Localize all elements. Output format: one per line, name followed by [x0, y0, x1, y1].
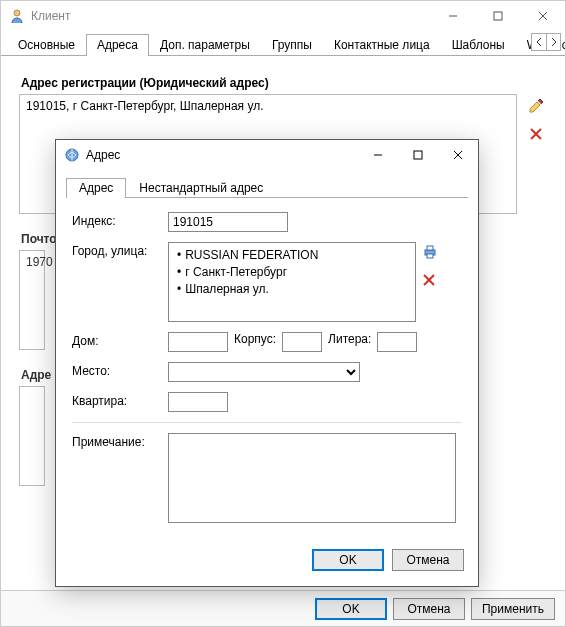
dialog-cancel-button[interactable]: Отмена [392, 549, 464, 571]
main-titlebar: Клиент [1, 1, 565, 31]
main-cancel-button[interactable]: Отмена [393, 598, 465, 620]
input-building[interactable] [282, 332, 322, 352]
address-dialog: Адрес Адрес Нестандартный адрес Индекс: … [55, 139, 479, 587]
dialog-tab-adres[interactable]: Адрес [66, 178, 126, 198]
main-window-controls [430, 2, 565, 30]
tab-scroll-arrows [531, 33, 561, 51]
third-address-text [19, 386, 45, 486]
svg-rect-13 [427, 246, 433, 250]
dialog-tab-nestandartnyy[interactable]: Нестандартный адрес [126, 178, 276, 198]
label-place: Место: [72, 362, 168, 378]
registration-address-tools [525, 94, 547, 144]
label-city-street: Город, улица: [72, 242, 168, 258]
form-separator [72, 422, 462, 423]
tab-kontaktnye-litsa[interactable]: Контактные лица [323, 34, 441, 56]
select-place[interactable] [168, 362, 360, 382]
svg-point-0 [14, 10, 20, 16]
dialog-maximize-button[interactable] [398, 141, 438, 169]
svg-rect-14 [427, 254, 433, 258]
city-street-tools [422, 242, 438, 290]
dialog-ok-button[interactable]: OK [312, 549, 384, 571]
app-icon [9, 8, 25, 24]
dialog-title: Адрес [86, 148, 358, 162]
tab-adresa[interactable]: Адреса [86, 34, 149, 56]
label-house: Дом: [72, 332, 168, 348]
city-line-1: г Санкт-Петербург [177, 264, 407, 281]
input-litera[interactable] [377, 332, 417, 352]
row-index: Индекс: [72, 212, 462, 232]
tab-dop-parametry[interactable]: Доп. параметры [149, 34, 261, 56]
postal-address-text: 1970 [19, 250, 45, 350]
label-building: Корпус: [234, 332, 276, 346]
tab-gruppy[interactable]: Группы [261, 34, 323, 56]
dialog-tabs: Адрес Нестандартный адрес [66, 176, 468, 198]
row-city-street: Город, улица: RUSSIAN FEDERATION г Санкт… [72, 242, 462, 322]
label-flat: Квартира: [72, 392, 168, 408]
row-house: Дом: Корпус: Литера: [72, 332, 462, 352]
main-tabs: Основные Адреса Доп. параметры Группы Ко… [1, 31, 565, 56]
dialog-footer: OK Отмена [56, 544, 478, 586]
city-line-0: RUSSIAN FEDERATION [177, 247, 407, 264]
delete-icon[interactable] [422, 273, 438, 290]
registration-address-title: Адрес регистрации (Юридический адрес) [21, 76, 545, 90]
main-footer: OK Отмена Применить [1, 590, 565, 626]
label-index: Индекс: [72, 212, 168, 228]
textarea-note[interactable] [168, 433, 456, 523]
print-icon[interactable] [422, 244, 438, 263]
city-street-list[interactable]: RUSSIAN FEDERATION г Санкт-Петербург Шпа… [168, 242, 416, 322]
main-apply-button[interactable]: Применить [471, 598, 555, 620]
edit-icon[interactable] [528, 98, 544, 117]
label-note: Примечание: [72, 433, 168, 449]
tab-scroll-right[interactable] [546, 34, 560, 50]
row-place: Место: [72, 362, 462, 382]
dialog-minimize-button[interactable] [358, 141, 398, 169]
dialog-body: Адрес Нестандартный адрес Индекс: Город,… [56, 170, 478, 544]
input-house[interactable] [168, 332, 228, 352]
svg-rect-2 [494, 12, 502, 20]
input-flat[interactable] [168, 392, 228, 412]
input-index[interactable] [168, 212, 288, 232]
minimize-button[interactable] [430, 2, 475, 30]
dialog-form: Индекс: Город, улица: RUSSIAN FEDERATION… [66, 198, 468, 529]
delete-icon[interactable] [529, 127, 543, 144]
maximize-button[interactable] [475, 2, 520, 30]
dialog-titlebar: Адрес [56, 140, 478, 170]
row-flat: Квартира: [72, 392, 462, 412]
tab-shablony[interactable]: Шаблоны [441, 34, 516, 56]
label-litera: Литера: [328, 332, 371, 346]
tab-scroll-left[interactable] [532, 34, 546, 50]
row-note: Примечание: [72, 433, 462, 523]
dialog-window-controls [358, 141, 478, 169]
main-title: Клиент [31, 9, 430, 23]
close-button[interactable] [520, 2, 565, 30]
tab-osnovnye[interactable]: Основные [7, 34, 86, 56]
city-line-2: Шпалерная ул. [177, 281, 407, 298]
svg-rect-9 [414, 151, 422, 159]
dialog-close-button[interactable] [438, 141, 478, 169]
main-ok-button[interactable]: OK [315, 598, 387, 620]
dialog-icon [64, 147, 80, 163]
